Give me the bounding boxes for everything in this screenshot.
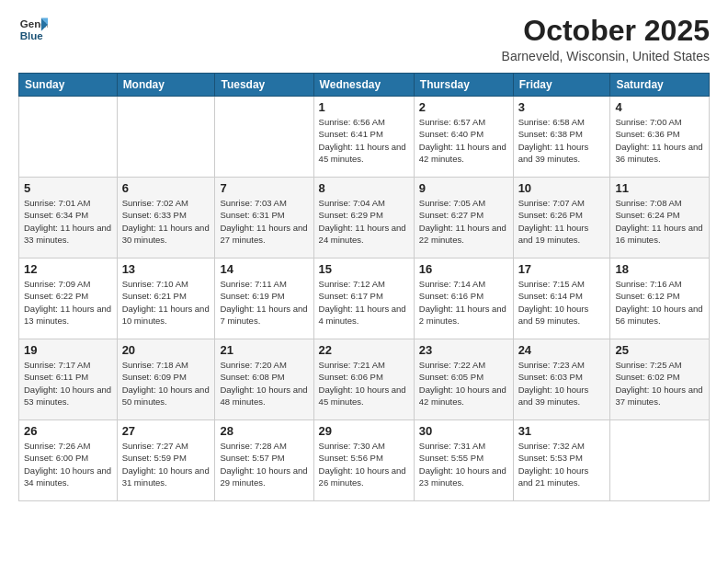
day-info: Sunrise: 6:56 AMSunset: 6:41 PMDaylight:…: [319, 116, 409, 165]
day-number: 17: [518, 262, 606, 276]
calendar-cell-w2-d1: 6Sunrise: 7:02 AMSunset: 6:33 PMDaylight…: [117, 178, 215, 259]
calendar-cell-w5-d4: 30Sunrise: 7:31 AMSunset: 5:55 PMDayligh…: [414, 420, 513, 501]
day-number: 21: [220, 343, 308, 357]
day-info: Sunrise: 7:00 AMSunset: 6:36 PMDaylight:…: [615, 116, 704, 165]
day-number: 12: [24, 262, 112, 276]
header-saturday: Saturday: [610, 74, 710, 97]
day-number: 26: [24, 424, 112, 438]
calendar-cell-w4-d5: 24Sunrise: 7:23 AMSunset: 6:03 PMDayligh…: [513, 339, 610, 420]
day-number: 7: [220, 181, 308, 195]
day-info: Sunrise: 7:15 AMSunset: 6:14 PMDaylight:…: [518, 278, 606, 327]
day-info: Sunrise: 7:20 AMSunset: 6:08 PMDaylight:…: [220, 359, 308, 408]
day-number: 5: [24, 181, 112, 195]
day-number: 28: [220, 424, 308, 438]
calendar-cell-w1-d0: [19, 97, 118, 178]
day-info: Sunrise: 7:16 AMSunset: 6:12 PMDaylight:…: [615, 278, 704, 327]
svg-text:Blue: Blue: [20, 30, 44, 41]
day-number: 2: [419, 100, 508, 114]
location: Barneveld, Wisconsin, United States: [502, 49, 710, 63]
day-number: 18: [615, 262, 704, 276]
header-wednesday: Wednesday: [313, 74, 414, 97]
calendar-week-5: 26Sunrise: 7:26 AMSunset: 6:00 PMDayligh…: [19, 420, 710, 501]
day-info: Sunrise: 7:14 AMSunset: 6:16 PMDaylight:…: [419, 278, 508, 327]
page-header: General Blue October 2025 Barneveld, Wis…: [18, 15, 710, 63]
day-info: Sunrise: 7:10 AMSunset: 6:21 PMDaylight:…: [122, 278, 210, 327]
day-number: 29: [319, 424, 409, 438]
calendar-cell-w2-d6: 11Sunrise: 7:08 AMSunset: 6:24 PMDayligh…: [610, 178, 710, 259]
day-number: 31: [518, 424, 606, 438]
day-number: 27: [122, 424, 210, 438]
day-info: Sunrise: 7:18 AMSunset: 6:09 PMDaylight:…: [122, 359, 210, 408]
calendar-table: Sunday Monday Tuesday Wednesday Thursday…: [18, 73, 710, 501]
calendar-cell-w2-d4: 9Sunrise: 7:05 AMSunset: 6:27 PMDaylight…: [414, 178, 513, 259]
calendar-cell-w5-d6: [610, 420, 710, 501]
calendar-header-row: Sunday Monday Tuesday Wednesday Thursday…: [19, 74, 710, 97]
header-friday: Friday: [513, 74, 610, 97]
header-sunday: Sunday: [19, 74, 118, 97]
day-info: Sunrise: 7:08 AMSunset: 6:24 PMDaylight:…: [615, 197, 704, 246]
day-number: 4: [615, 100, 704, 114]
calendar-cell-w4-d4: 23Sunrise: 7:22 AMSunset: 6:05 PMDayligh…: [414, 339, 513, 420]
day-number: 20: [122, 343, 210, 357]
day-info: Sunrise: 7:17 AMSunset: 6:11 PMDaylight:…: [24, 359, 112, 408]
month-title: October 2025: [502, 15, 710, 47]
day-number: 13: [122, 262, 210, 276]
calendar-cell-w3-d3: 15Sunrise: 7:12 AMSunset: 6:17 PMDayligh…: [313, 259, 414, 339]
day-info: Sunrise: 7:26 AMSunset: 6:00 PMDaylight:…: [24, 440, 112, 488]
day-info: Sunrise: 7:27 AMSunset: 5:59 PMDaylight:…: [122, 440, 210, 488]
day-info: Sunrise: 7:01 AMSunset: 6:34 PMDaylight:…: [24, 197, 112, 246]
day-number: 30: [419, 424, 508, 438]
day-number: 6: [122, 181, 210, 195]
day-number: 8: [319, 181, 409, 195]
logo-icon: General Blue: [18, 15, 48, 44]
day-number: 25: [615, 343, 704, 357]
day-info: Sunrise: 6:58 AMSunset: 6:38 PMDaylight:…: [518, 116, 606, 165]
calendar-cell-w3-d2: 14Sunrise: 7:11 AMSunset: 6:19 PMDayligh…: [215, 259, 313, 339]
day-number: 16: [419, 262, 508, 276]
calendar-cell-w1-d4: 2Sunrise: 6:57 AMSunset: 6:40 PMDaylight…: [414, 97, 513, 178]
day-number: 15: [319, 262, 409, 276]
day-number: 22: [319, 343, 409, 357]
calendar-cell-w4-d6: 25Sunrise: 7:25 AMSunset: 6:02 PMDayligh…: [610, 339, 710, 420]
calendar-cell-w4-d1: 20Sunrise: 7:18 AMSunset: 6:09 PMDayligh…: [117, 339, 215, 420]
day-info: Sunrise: 7:09 AMSunset: 6:22 PMDaylight:…: [24, 278, 112, 327]
calendar-week-4: 19Sunrise: 7:17 AMSunset: 6:11 PMDayligh…: [19, 339, 710, 420]
calendar-cell-w1-d2: [215, 97, 313, 178]
calendar-cell-w4-d0: 19Sunrise: 7:17 AMSunset: 6:11 PMDayligh…: [19, 339, 118, 420]
calendar-week-2: 5Sunrise: 7:01 AMSunset: 6:34 PMDaylight…: [19, 178, 710, 259]
calendar-page: General Blue October 2025 Barneveld, Wis…: [0, 0, 728, 563]
day-info: Sunrise: 7:22 AMSunset: 6:05 PMDaylight:…: [419, 359, 508, 408]
day-info: Sunrise: 7:21 AMSunset: 6:06 PMDaylight:…: [319, 359, 409, 408]
day-info: Sunrise: 7:02 AMSunset: 6:33 PMDaylight:…: [122, 197, 210, 246]
logo: General Blue: [18, 15, 48, 44]
calendar-cell-w5-d2: 28Sunrise: 7:28 AMSunset: 5:57 PMDayligh…: [215, 420, 313, 501]
calendar-cell-w2-d5: 10Sunrise: 7:07 AMSunset: 6:26 PMDayligh…: [513, 178, 610, 259]
day-number: 3: [518, 100, 606, 114]
header-thursday: Thursday: [414, 74, 513, 97]
calendar-cell-w1-d1: [117, 97, 215, 178]
day-info: Sunrise: 7:28 AMSunset: 5:57 PMDaylight:…: [220, 440, 308, 488]
calendar-week-3: 12Sunrise: 7:09 AMSunset: 6:22 PMDayligh…: [19, 259, 710, 339]
calendar-cell-w1-d5: 3Sunrise: 6:58 AMSunset: 6:38 PMDaylight…: [513, 97, 610, 178]
day-info: Sunrise: 7:07 AMSunset: 6:26 PMDaylight:…: [518, 197, 606, 246]
header-right: October 2025 Barneveld, Wisconsin, Unite…: [502, 15, 710, 63]
day-info: Sunrise: 7:31 AMSunset: 5:55 PMDaylight:…: [419, 440, 508, 488]
day-info: Sunrise: 7:12 AMSunset: 6:17 PMDaylight:…: [319, 278, 409, 327]
calendar-cell-w3-d4: 16Sunrise: 7:14 AMSunset: 6:16 PMDayligh…: [414, 259, 513, 339]
header-tuesday: Tuesday: [215, 74, 313, 97]
calendar-cell-w5-d0: 26Sunrise: 7:26 AMSunset: 6:00 PMDayligh…: [19, 420, 118, 501]
day-info: Sunrise: 7:23 AMSunset: 6:03 PMDaylight:…: [518, 359, 606, 408]
calendar-cell-w4-d3: 22Sunrise: 7:21 AMSunset: 6:06 PMDayligh…: [313, 339, 414, 420]
day-info: Sunrise: 7:11 AMSunset: 6:19 PMDaylight:…: [220, 278, 308, 327]
day-number: 24: [518, 343, 606, 357]
day-info: Sunrise: 7:25 AMSunset: 6:02 PMDaylight:…: [615, 359, 704, 408]
calendar-cell-w3-d0: 12Sunrise: 7:09 AMSunset: 6:22 PMDayligh…: [19, 259, 118, 339]
day-number: 14: [220, 262, 308, 276]
header-monday: Monday: [117, 74, 215, 97]
calendar-cell-w5-d1: 27Sunrise: 7:27 AMSunset: 5:59 PMDayligh…: [117, 420, 215, 501]
day-info: Sunrise: 7:32 AMSunset: 5:53 PMDaylight:…: [518, 440, 606, 488]
calendar-cell-w2-d2: 7Sunrise: 7:03 AMSunset: 6:31 PMDaylight…: [215, 178, 313, 259]
day-info: Sunrise: 6:57 AMSunset: 6:40 PMDaylight:…: [419, 116, 508, 165]
day-info: Sunrise: 7:30 AMSunset: 5:56 PMDaylight:…: [319, 440, 409, 488]
day-number: 9: [419, 181, 508, 195]
